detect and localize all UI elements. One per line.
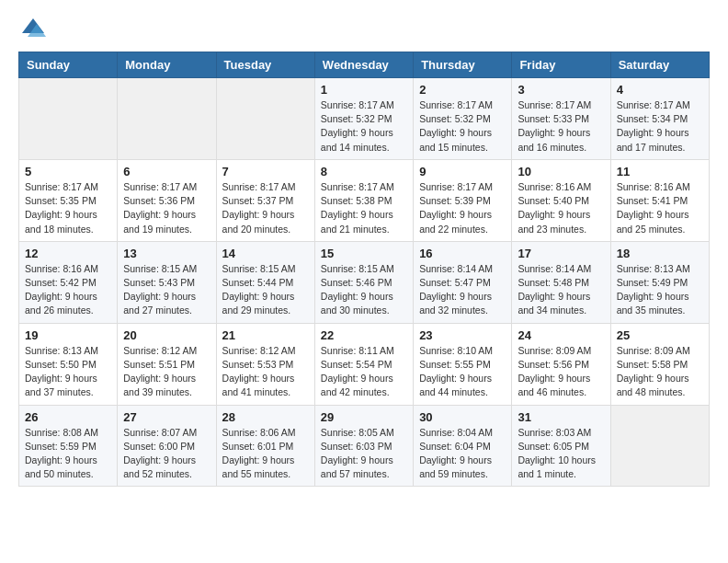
day-number: 4 [617, 83, 703, 97]
daylight-text: Daylight: 9 hours and 55 minutes. [222, 454, 295, 479]
daylight-text: Daylight: 9 hours and 20 minutes. [222, 209, 295, 234]
sunrise-text: Sunrise: 8:12 AM [222, 345, 296, 356]
sunset-text: Sunset: 5:35 PM [25, 195, 97, 206]
sunset-text: Sunset: 5:59 PM [25, 441, 97, 452]
sunset-text: Sunset: 5:53 PM [222, 359, 294, 370]
calendar-body: 1Sunrise: 8:17 AMSunset: 5:32 PMDaylight… [19, 78, 710, 487]
day-info: Sunrise: 8:06 AMSunset: 6:01 PMDaylight:… [222, 426, 309, 482]
daylight-text: Daylight: 9 hours and 22 minutes. [419, 209, 492, 234]
daylight-text: Daylight: 9 hours and 59 minutes. [419, 454, 492, 479]
day-number: 22 [321, 328, 407, 342]
sunset-text: Sunset: 6:03 PM [321, 441, 392, 452]
calendar-day-cell: 22Sunrise: 8:11 AMSunset: 5:54 PMDayligh… [314, 323, 413, 405]
day-info: Sunrise: 8:13 AMSunset: 5:49 PMDaylight:… [617, 262, 703, 318]
day-number: 31 [518, 410, 604, 424]
sunset-text: Sunset: 5:49 PM [617, 277, 688, 288]
calendar-day-cell: 11Sunrise: 8:16 AMSunset: 5:41 PMDayligh… [610, 159, 709, 241]
day-number: 26 [25, 410, 111, 424]
calendar-day-cell: 12Sunrise: 8:16 AMSunset: 5:42 PMDayligh… [19, 241, 118, 323]
daylight-text: Daylight: 9 hours and 35 minutes. [617, 291, 689, 316]
daylight-text: Daylight: 9 hours and 34 minutes. [518, 291, 590, 316]
day-number: 30 [419, 410, 506, 424]
day-number: 14 [222, 247, 309, 260]
day-number: 7 [222, 165, 309, 178]
sunset-text: Sunset: 5:56 PM [518, 359, 589, 370]
day-number: 17 [518, 247, 604, 260]
calendar-header: SundayMondayTuesdayWednesdayThursdayFrid… [19, 52, 710, 78]
sunset-text: Sunset: 5:38 PM [321, 195, 392, 206]
sunset-text: Sunset: 6:05 PM [518, 441, 589, 452]
sunrise-text: Sunrise: 8:12 AM [123, 345, 197, 356]
daylight-text: Daylight: 9 hours and 18 minutes. [25, 209, 97, 234]
calendar-day-cell: 5Sunrise: 8:17 AMSunset: 5:35 PMDaylight… [19, 159, 118, 241]
calendar-day-cell: 10Sunrise: 8:16 AMSunset: 5:40 PMDayligh… [512, 159, 610, 241]
day-number: 8 [321, 165, 407, 178]
day-number: 3 [518, 83, 604, 97]
calendar-day-cell: 17Sunrise: 8:14 AMSunset: 5:48 PMDayligh… [512, 241, 610, 323]
day-number: 24 [518, 328, 604, 342]
sunrise-text: Sunrise: 8:17 AM [321, 99, 394, 110]
weekday-header: Friday [512, 52, 610, 78]
daylight-text: Daylight: 9 hours and 37 minutes. [25, 373, 97, 397]
day-number: 20 [123, 328, 210, 342]
day-number: 27 [123, 410, 210, 424]
sunrise-text: Sunrise: 8:15 AM [123, 263, 197, 274]
calendar-week-row: 26Sunrise: 8:08 AMSunset: 5:59 PMDayligh… [19, 405, 710, 487]
sunset-text: Sunset: 6:04 PM [419, 441, 491, 452]
day-number: 13 [123, 247, 210, 260]
day-info: Sunrise: 8:17 AMSunset: 5:35 PMDaylight:… [25, 180, 111, 236]
calendar-day-cell: 18Sunrise: 8:13 AMSunset: 5:49 PMDayligh… [610, 241, 709, 323]
calendar-day-cell: 26Sunrise: 8:08 AMSunset: 5:59 PMDayligh… [19, 405, 118, 487]
calendar-day-cell: 2Sunrise: 8:17 AMSunset: 5:32 PMDaylight… [414, 78, 512, 160]
daylight-text: Daylight: 9 hours and 52 minutes. [123, 454, 196, 479]
day-info: Sunrise: 8:17 AMSunset: 5:39 PMDaylight:… [419, 180, 506, 236]
sunrise-text: Sunrise: 8:17 AM [222, 181, 296, 192]
sunrise-text: Sunrise: 8:13 AM [617, 263, 690, 274]
calendar-day-cell: 6Sunrise: 8:17 AMSunset: 5:36 PMDaylight… [118, 159, 216, 241]
sunset-text: Sunset: 5:32 PM [321, 113, 392, 124]
day-number: 28 [222, 410, 309, 424]
daylight-text: Daylight: 9 hours and 39 minutes. [123, 373, 196, 397]
calendar-day-cell: 24Sunrise: 8:09 AMSunset: 5:56 PMDayligh… [512, 323, 610, 405]
calendar-week-row: 1Sunrise: 8:17 AMSunset: 5:32 PMDaylight… [19, 78, 710, 160]
calendar-day-cell: 29Sunrise: 8:05 AMSunset: 6:03 PMDayligh… [314, 405, 413, 487]
daylight-text: Daylight: 9 hours and 50 minutes. [25, 454, 97, 479]
calendar-day-cell: 28Sunrise: 8:06 AMSunset: 6:01 PMDayligh… [216, 405, 314, 487]
sunset-text: Sunset: 5:47 PM [419, 277, 491, 288]
sunset-text: Sunset: 5:34 PM [617, 113, 688, 124]
day-number: 25 [617, 328, 703, 342]
sunrise-text: Sunrise: 8:17 AM [321, 181, 394, 192]
daylight-text: Daylight: 9 hours and 44 minutes. [419, 373, 492, 397]
day-info: Sunrise: 8:12 AMSunset: 5:51 PMDaylight:… [123, 344, 210, 400]
day-number: 5 [25, 165, 111, 178]
day-info: Sunrise: 8:17 AMSunset: 5:32 PMDaylight:… [321, 98, 407, 155]
daylight-text: Daylight: 9 hours and 17 minutes. [617, 127, 689, 152]
day-info: Sunrise: 8:09 AMSunset: 5:56 PMDaylight:… [518, 344, 604, 400]
day-number: 15 [321, 247, 407, 260]
daylight-text: Daylight: 9 hours and 46 minutes. [518, 373, 590, 397]
day-info: Sunrise: 8:10 AMSunset: 5:55 PMDaylight:… [419, 344, 506, 400]
sunset-text: Sunset: 6:00 PM [123, 441, 195, 452]
day-info: Sunrise: 8:15 AMSunset: 5:43 PMDaylight:… [123, 262, 210, 318]
calendar-week-row: 5Sunrise: 8:17 AMSunset: 5:35 PMDaylight… [19, 159, 710, 241]
day-info: Sunrise: 8:16 AMSunset: 5:41 PMDaylight:… [617, 180, 703, 236]
sunrise-text: Sunrise: 8:17 AM [25, 181, 98, 192]
sunset-text: Sunset: 5:43 PM [123, 277, 195, 288]
sunset-text: Sunset: 5:44 PM [222, 277, 294, 288]
day-info: Sunrise: 8:07 AMSunset: 6:00 PMDaylight:… [123, 426, 210, 482]
sunrise-text: Sunrise: 8:14 AM [518, 263, 591, 274]
sunrise-text: Sunrise: 8:09 AM [518, 345, 591, 356]
calendar-day-cell: 14Sunrise: 8:15 AMSunset: 5:44 PMDayligh… [216, 241, 314, 323]
sunset-text: Sunset: 5:55 PM [419, 359, 491, 370]
daylight-text: Daylight: 9 hours and 30 minutes. [321, 291, 393, 316]
weekday-header: Saturday [610, 52, 709, 78]
day-info: Sunrise: 8:04 AMSunset: 6:04 PMDaylight:… [419, 426, 506, 482]
day-number: 21 [222, 328, 309, 342]
day-info: Sunrise: 8:08 AMSunset: 5:59 PMDaylight:… [25, 426, 111, 482]
day-info: Sunrise: 8:15 AMSunset: 5:44 PMDaylight:… [222, 262, 309, 318]
calendar-day-cell: 8Sunrise: 8:17 AMSunset: 5:38 PMDaylight… [314, 159, 413, 241]
weekday-header: Thursday [414, 52, 512, 78]
day-number: 29 [321, 410, 407, 424]
day-info: Sunrise: 8:11 AMSunset: 5:54 PMDaylight:… [321, 344, 407, 400]
sunset-text: Sunset: 5:54 PM [321, 359, 392, 370]
